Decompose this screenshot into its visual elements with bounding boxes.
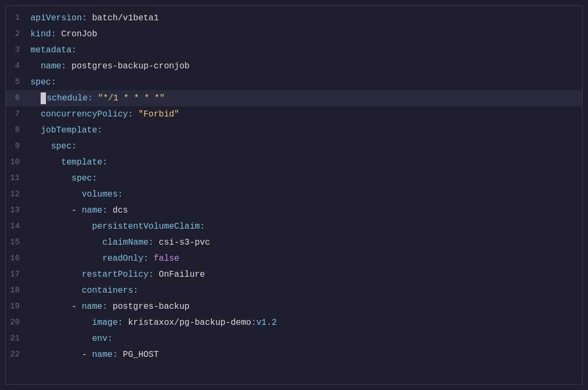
- code-line: 7 concurrencyPolicy: "Forbid": [6, 106, 582, 122]
- code-editor: 1apiVersion: batch/v1beta12kind: CronJob…: [5, 5, 583, 385]
- line-content: image: kristaxox/pg-backup-demo:v1.2: [28, 315, 582, 331]
- token-value-plain: batch/v1beta1: [92, 13, 159, 23]
- line-number: 4: [6, 58, 28, 74]
- code-line: 19 - name: postgres-backup: [6, 299, 582, 315]
- token-key: spec: [51, 142, 71, 151]
- code-line: 18 containers:: [6, 283, 582, 299]
- token-value-bool: false: [153, 254, 179, 263]
- token-key: template: [61, 158, 103, 167]
- line-number: 19: [6, 299, 28, 315]
- token-key: name: [82, 302, 102, 311]
- token-key: spec: [72, 174, 92, 183]
- code-line: 21 env:: [6, 331, 582, 347]
- token-colon: :: [102, 302, 112, 311]
- code-line: 12 volumes:: [6, 186, 582, 202]
- code-line: 4 name: postgres-backup-cronjob: [6, 58, 582, 74]
- line-number: 12: [6, 186, 28, 202]
- token-colon: :: [51, 77, 56, 87]
- token-colon: :: [82, 13, 92, 23]
- token-key: name: [92, 350, 112, 360]
- line-number: 20: [6, 315, 28, 331]
- code-line: 14 persistentVolumeClaim:: [6, 219, 582, 235]
- line-number: 5: [6, 74, 28, 90]
- code-line: 15 claimName: csi-s3-pvc: [6, 235, 582, 251]
- line-number: 9: [6, 138, 28, 154]
- token-key: spec: [30, 77, 51, 87]
- line-number: 7: [6, 106, 28, 122]
- line-content: env:: [28, 331, 582, 347]
- line-content: concurrencyPolicy: "Forbid": [28, 106, 582, 122]
- token-value-plain: dcs: [113, 206, 128, 215]
- token-colon: :: [97, 126, 103, 135]
- code-line: 8 jobTemplate:: [6, 122, 582, 138]
- line-content: claimName: csi-s3-pvc: [28, 235, 582, 251]
- token-value-plain: kristaxox/pg-backup-demo: [128, 318, 251, 327]
- line-content: kind: CronJob: [28, 26, 582, 42]
- line-content: jobTemplate:: [28, 122, 582, 138]
- token-colon: :: [51, 29, 61, 39]
- line-number: 10: [6, 154, 28, 170]
- token-key: env: [92, 334, 107, 344]
- line-number: 15: [6, 235, 28, 251]
- code-line: 16 readOnly: false: [6, 251, 582, 267]
- code-line: 11 spec:: [6, 170, 582, 186]
- line-content: volumes:: [28, 186, 582, 202]
- line-content: apiVersion: batch/v1beta1: [28, 10, 582, 26]
- line-content: - name: dcs: [28, 202, 582, 219]
- line-number: 16: [6, 251, 28, 267]
- code-line: 6 schedule: "*/1 * * * *": [6, 90, 582, 106]
- token-key: concurrencyPolicy: [41, 110, 128, 119]
- token-key: name: [41, 61, 61, 71]
- line-number: 2: [6, 26, 28, 42]
- token-key: volumes: [82, 190, 118, 199]
- token-value-str: "*/1 * * * *": [98, 93, 165, 103]
- line-number: 17: [6, 267, 28, 283]
- line-number: 21: [6, 331, 28, 347]
- code-line: 22 - name: PG_HOST: [6, 347, 582, 363]
- code-line: 9 spec:: [6, 138, 582, 154]
- line-number: 18: [6, 283, 28, 299]
- line-content: persistentVolumeClaim:: [28, 219, 582, 235]
- token-key: claimName: [102, 238, 148, 247]
- token-value-plain: OnFailure: [159, 270, 205, 279]
- token-dash: -: [72, 206, 82, 215]
- token-key: apiVersion: [30, 13, 82, 23]
- token-dash: -: [82, 350, 92, 360]
- line-content: - name: PG_HOST: [28, 347, 582, 363]
- line-number: 3: [6, 42, 28, 58]
- token-colon: :: [92, 174, 97, 183]
- token-colon: :: [118, 190, 123, 199]
- line-content: containers:: [28, 283, 582, 299]
- line-content: schedule: "*/1 * * * *": [28, 90, 582, 106]
- token-colon: :: [133, 286, 138, 295]
- token-key: metadata: [30, 45, 72, 55]
- line-content: restartPolicy: OnFailure: [28, 267, 582, 283]
- token-colon: :: [200, 222, 205, 231]
- token-colon: :: [72, 45, 77, 55]
- token-colon: :: [149, 238, 159, 247]
- code-line: 2kind: CronJob: [6, 26, 582, 42]
- token-value-plain: csi-s3-pvc: [159, 238, 210, 247]
- token-colon: :: [107, 334, 113, 344]
- line-content: spec:: [28, 138, 582, 154]
- token-key: readOnly: [102, 254, 143, 263]
- code-line: 10 template:: [6, 154, 582, 170]
- line-content: name: postgres-backup-cronjob: [28, 58, 582, 74]
- token-key: restartPolicy: [82, 270, 149, 279]
- line-content: readOnly: false: [28, 251, 582, 267]
- token-colon: :: [61, 61, 72, 71]
- line-number: 6: [6, 90, 28, 106]
- token-key: schedule: [47, 93, 88, 103]
- line-number: 8: [6, 122, 28, 138]
- token-value-str: "Forbid": [138, 110, 180, 119]
- line-content: spec:: [28, 74, 582, 90]
- line-content: template:: [28, 154, 582, 170]
- token-dash: -: [72, 302, 82, 311]
- token-value-plain: PG_HOST: [123, 350, 159, 360]
- cursor: [41, 92, 46, 104]
- token-colon: :: [149, 270, 159, 279]
- line-content: spec:: [28, 170, 582, 186]
- token-key: image: [92, 318, 118, 327]
- line-content: metadata:: [28, 42, 582, 58]
- token-colon: :: [118, 318, 128, 327]
